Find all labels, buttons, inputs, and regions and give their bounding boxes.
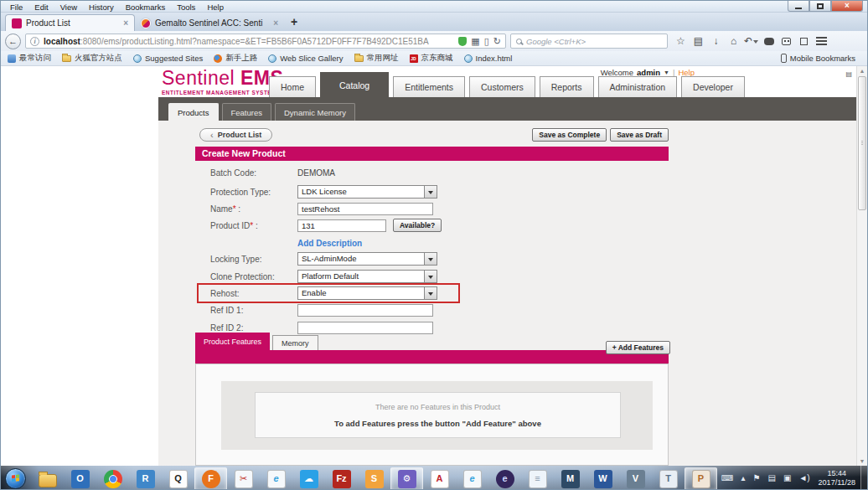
mobile-bookmarks[interactable]: Mobile Bookmarks — [781, 54, 860, 63]
ref-id-1-input[interactable] — [297, 304, 433, 317]
notes-tool-icon[interactable]: ▤ — [767, 474, 775, 482]
chat-bubble-icon[interactable] — [760, 33, 778, 49]
taskbar-chrome[interactable] — [96, 467, 129, 490]
taskbar-outlook[interactable]: O — [64, 467, 96, 490]
product-id-input[interactable] — [297, 219, 386, 232]
nav-tab-administration[interactable]: Administration — [598, 76, 678, 97]
extension-robot-icon[interactable] — [778, 33, 795, 49]
menu-edit[interactable]: Edit — [28, 3, 54, 12]
taskbar-internet-explorer[interactable]: e — [260, 467, 292, 490]
save-as-complete-button[interactable]: Save as Complete — [532, 128, 607, 142]
dropdown-arrow-icon[interactable] — [424, 271, 437, 282]
dropdown-arrow-icon[interactable] — [424, 253, 437, 265]
browser-tab-product-list[interactable]: Product List × — [5, 14, 135, 31]
feature-tab-product-features[interactable]: Product Features — [195, 333, 270, 350]
dropdown-arrow-icon[interactable] — [424, 287, 437, 299]
scroll-down-icon[interactable]: ▼ — [857, 458, 867, 464]
bookmark-star-icon[interactable]: ☆ — [672, 33, 690, 49]
scrollbar-thumb[interactable] — [858, 76, 866, 210]
reader-mode-icon[interactable]: ▯ — [484, 37, 489, 46]
bookmarks-menu-icon[interactable]: ▤ — [690, 33, 707, 49]
nav-tab-home[interactable]: Home — [269, 76, 316, 97]
add-description-link[interactable]: Add Description — [297, 239, 362, 248]
page-scrollbar[interactable]: ▲ ▼ — [856, 66, 867, 466]
sub-tab-features[interactable]: Features — [222, 103, 272, 121]
taskbar-windows-explorer[interactable] — [31, 467, 64, 490]
nav-tab-customers[interactable]: Customers — [469, 76, 535, 97]
window-close-button[interactable]: × — [831, 1, 863, 12]
taskbar-notepad[interactable]: ≡ — [521, 467, 554, 490]
menu-view[interactable]: View — [54, 3, 83, 12]
taskbar-snipping-tool[interactable]: ✂ — [227, 467, 260, 490]
taskbar-toolbox[interactable]: ⚙ — [390, 467, 423, 490]
taskbar-computer-management[interactable]: M — [554, 467, 586, 490]
menu-tools[interactable]: Tools — [171, 3, 201, 12]
action-center-flag-icon[interactable]: ⚑ — [753, 474, 761, 482]
taskbar-firefox[interactable]: F — [194, 467, 227, 490]
taskbar-baidu-cloud[interactable]: ☁ — [292, 467, 325, 490]
menu-file[interactable]: File — [4, 3, 28, 12]
bookmark-most-visited[interactable]: 最常访问 — [8, 53, 51, 64]
menu-hamburger-icon[interactable] — [813, 33, 830, 49]
add-features-button[interactable]: + Add Features — [606, 341, 670, 354]
rehost-select[interactable]: Enable — [297, 286, 437, 300]
product-list-back-button[interactable]: ‹ Product List — [199, 128, 272, 142]
taskbar-vmware[interactable]: V — [619, 467, 652, 490]
network-icon[interactable]: ▣ — [783, 474, 791, 482]
bookmark-index-html[interactable]: Index.html — [464, 54, 513, 63]
taskbar-clock[interactable]: 15:44 2017/11/28 — [814, 469, 860, 487]
reload-icon[interactable]: ↻ — [493, 37, 501, 46]
back-button[interactable]: ← — [5, 34, 21, 49]
locking-type-select[interactable]: SL-AdminMode — [297, 252, 437, 266]
name-input[interactable] — [297, 203, 433, 215]
taskbar-internet-explorer-2[interactable]: e — [456, 467, 488, 490]
tab-close-icon[interactable]: × — [273, 18, 278, 28]
bookmark-common-sites[interactable]: 常用网址 — [354, 53, 399, 64]
taskbar-orange-search-tool[interactable]: S — [358, 467, 390, 490]
save-as-draft-button[interactable]: Save as Draft — [610, 128, 669, 142]
menu-help[interactable]: Help — [201, 3, 230, 12]
window-maximize-button[interactable] — [809, 1, 831, 12]
browser-tab-gemalto-acc[interactable]: Gemalto Sentinel ACC: Senti × — [135, 15, 284, 31]
nav-tab-entitlements[interactable]: Entitlements — [393, 76, 465, 97]
show-hidden-icons-icon[interactable]: ▴ — [741, 474, 745, 482]
sub-tab-dynamic-memory[interactable]: Dynamic Memory — [275, 103, 355, 121]
nav-tab-reports[interactable]: Reports — [540, 76, 594, 97]
taskbar-word[interactable]: W — [586, 467, 619, 490]
bookmark-firefox-official-sites[interactable]: 火狐官方站点 — [62, 53, 122, 64]
show-desktop-button[interactable] — [860, 466, 867, 490]
taskbar-remote-desktop[interactable]: R — [129, 467, 162, 490]
bookmark-suggested-sites[interactable]: Suggested Sites — [133, 54, 203, 63]
window-minimize-button[interactable] — [788, 1, 809, 12]
new-tab-button[interactable]: + — [291, 15, 297, 28]
dropdown-arrow-icon[interactable] — [424, 186, 437, 198]
menu-bookmarks[interactable]: Bookmarks — [120, 3, 172, 12]
site-info-icon[interactable]: i — [30, 37, 39, 46]
sync-icon[interactable]: ↶ — [742, 33, 760, 49]
taskbar-filezilla[interactable]: Fz — [325, 467, 358, 490]
taskbar-license-tag-tool[interactable]: T — [652, 467, 685, 490]
crop-tool-icon[interactable] — [795, 33, 813, 49]
taskbar-qq[interactable]: Q — [162, 467, 194, 490]
nav-tab-developer[interactable]: Developer — [681, 76, 745, 97]
scroll-up-icon[interactable]: ▲ — [857, 68, 867, 74]
available-check-button[interactable]: Available? — [393, 219, 442, 232]
feature-tab-memory[interactable]: Memory — [272, 335, 318, 350]
url-bar[interactable]: i localhost:8080/ems/productListing.html… — [25, 34, 506, 49]
taskbar-acrobat-reader[interactable]: A — [423, 467, 456, 490]
bookmark-getting-started[interactable]: 新手上路 — [214, 53, 257, 64]
sub-tab-products[interactable]: Products — [168, 103, 219, 121]
taskbar-paint-tool[interactable]: P — [685, 467, 717, 490]
protection-type-select[interactable]: LDK License — [297, 185, 437, 199]
home-icon[interactable]: ⌂ — [725, 33, 742, 49]
page-tool-icon[interactable]: ▤ — [845, 70, 852, 78]
start-button[interactable] — [5, 468, 26, 489]
clone-protection-select[interactable]: Platform Default — [297, 270, 437, 283]
volume-icon[interactable]: ◄) — [798, 474, 809, 482]
search-input[interactable]: Google <Ctrl+K> — [510, 34, 668, 49]
tab-close-icon[interactable]: × — [123, 18, 128, 28]
keyboard-icon[interactable]: ⌨ — [721, 474, 733, 482]
downloads-icon[interactable]: ↓ — [707, 33, 725, 49]
shield-icon[interactable] — [458, 37, 467, 46]
taskbar-eclipse[interactable]: e — [488, 467, 521, 490]
